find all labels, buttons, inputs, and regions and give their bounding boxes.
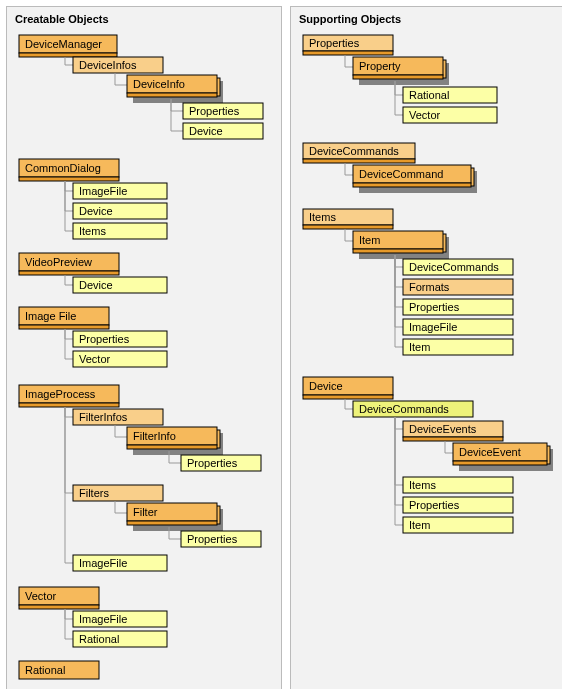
svg-text:DeviceEvent: DeviceEvent (459, 446, 521, 458)
box-devicemanager: DeviceManager (19, 35, 117, 57)
svg-text:Device: Device (309, 380, 343, 392)
svg-text:Rational: Rational (409, 89, 449, 101)
box-devicecommands: DeviceCommands (303, 143, 415, 163)
svg-text:Properties: Properties (187, 457, 238, 469)
svg-text:Filters: Filters (79, 487, 109, 499)
svg-rect-29 (19, 325, 109, 329)
svg-text:Property: Property (359, 60, 401, 72)
svg-text:FilterInfo: FilterInfo (133, 430, 176, 442)
svg-text:DeviceManager: DeviceManager (25, 38, 102, 50)
svg-text:Properties: Properties (189, 105, 240, 117)
svg-rect-43 (127, 445, 217, 449)
box-deviceinfos: DeviceInfos (73, 57, 163, 73)
box-f-properties: Properties (181, 531, 261, 547)
svg-text:VideoPreview: VideoPreview (25, 256, 92, 268)
box-vp-device: Device (73, 277, 167, 293)
svg-text:Item: Item (359, 234, 380, 246)
svg-rect-59 (19, 605, 99, 609)
svg-rect-15 (19, 177, 119, 181)
svg-text:Item: Item (409, 519, 430, 531)
svg-text:Vector: Vector (79, 353, 111, 365)
svg-text:Properties: Properties (409, 301, 460, 313)
svg-text:Rational: Rational (79, 633, 119, 645)
box-item: Item (353, 231, 449, 259)
svg-text:FilterInfos: FilterInfos (79, 411, 128, 423)
panel-title: Supporting Objects (299, 13, 557, 25)
svg-text:DeviceCommands: DeviceCommands (309, 145, 399, 157)
box-vector: Vector (19, 587, 99, 609)
svg-text:Item: Item (409, 341, 430, 353)
box-imagefile: Image File (19, 307, 109, 329)
svg-rect-1 (19, 53, 117, 57)
svg-text:DeviceCommand: DeviceCommand (359, 168, 443, 180)
svg-text:DeviceCommands: DeviceCommands (359, 403, 449, 415)
box-p-vector: Vector (403, 107, 497, 123)
box-filterinfos: FilterInfos (73, 409, 163, 425)
svg-rect-68 (303, 51, 393, 55)
svg-rect-73 (353, 75, 443, 79)
box-fi-properties: Properties (181, 455, 261, 471)
svg-text:Properties: Properties (409, 499, 460, 511)
svg-text:Formats: Formats (409, 281, 450, 293)
svg-text:CommonDialog: CommonDialog (25, 162, 101, 174)
box-if-vector: Vector (73, 351, 167, 367)
svg-rect-85 (353, 183, 471, 187)
box-cd-items: Items (73, 223, 167, 239)
svg-text:DeviceEvents: DeviceEvents (409, 423, 477, 435)
svg-text:Vector: Vector (409, 109, 441, 121)
box-dm-device: Device (183, 123, 263, 139)
box-deviceevent: DeviceEvent (453, 443, 553, 471)
svg-text:Items: Items (79, 225, 106, 237)
box-if-properties: Properties (73, 331, 167, 347)
box-filterinfo: FilterInfo (127, 427, 223, 455)
svg-text:Device: Device (79, 205, 113, 217)
svg-rect-88 (303, 225, 393, 229)
box-filters: Filters (73, 485, 163, 501)
supporting-diagram: Properties Property Rational Vector (299, 31, 557, 681)
box-devicecommand: DeviceCommand (353, 165, 477, 193)
box-p-rational: Rational (403, 87, 497, 103)
box-device: Device (303, 377, 393, 399)
box-videopreview: VideoPreview (19, 253, 119, 275)
box-commondialog: CommonDialog (19, 159, 119, 181)
svg-text:Vector: Vector (25, 590, 57, 602)
svg-text:Items: Items (309, 211, 336, 223)
svg-rect-111 (403, 437, 503, 441)
svg-text:Device: Device (189, 125, 223, 137)
svg-text:ImageProcess: ImageProcess (25, 388, 96, 400)
creatable-diagram: DeviceManager DeviceInfos DeviceInfo Pro… (15, 31, 273, 681)
box-cd-device: Device (73, 203, 167, 219)
svg-rect-8 (127, 93, 217, 97)
svg-rect-24 (19, 271, 119, 275)
box-cd-imagefile: ImageFile (73, 183, 167, 199)
svg-text:Items: Items (409, 479, 436, 491)
svg-text:Filter: Filter (133, 506, 158, 518)
svg-text:ImageFile: ImageFile (79, 557, 127, 569)
svg-text:Device: Device (79, 279, 113, 291)
svg-text:DeviceCommands: DeviceCommands (409, 261, 499, 273)
box-ip-imagefile: ImageFile (73, 555, 167, 571)
box-dv-item: Item (403, 517, 513, 533)
svg-rect-93 (353, 249, 443, 253)
box-rational: Rational (19, 661, 99, 679)
box-it-imagefile: ImageFile (403, 319, 513, 335)
box-deviceinfo: DeviceInfo (127, 75, 223, 103)
box-property: Property (353, 57, 449, 85)
box-deviceevents: DeviceEvents (403, 421, 503, 441)
svg-rect-52 (127, 521, 217, 525)
svg-text:Rational: Rational (25, 664, 65, 676)
box-it-properties: Properties (403, 299, 513, 315)
supporting-objects-panel: Supporting Objects Properties Property R… (290, 6, 562, 689)
svg-rect-80 (303, 159, 415, 163)
svg-text:Properties: Properties (79, 333, 130, 345)
svg-rect-106 (303, 395, 393, 399)
box-it-item: Item (403, 339, 513, 355)
svg-text:ImageFile: ImageFile (409, 321, 457, 333)
box-dv-items: Items (403, 477, 513, 493)
box-dv-devicecommands: DeviceCommands (353, 401, 473, 417)
box-dm-properties: Properties (183, 103, 263, 119)
svg-text:Properties: Properties (309, 37, 360, 49)
creatable-objects-panel: Creatable Objects DeviceManager DeviceIn… (6, 6, 282, 689)
box-v-rational: Rational (73, 631, 167, 647)
svg-text:Image File: Image File (25, 310, 76, 322)
